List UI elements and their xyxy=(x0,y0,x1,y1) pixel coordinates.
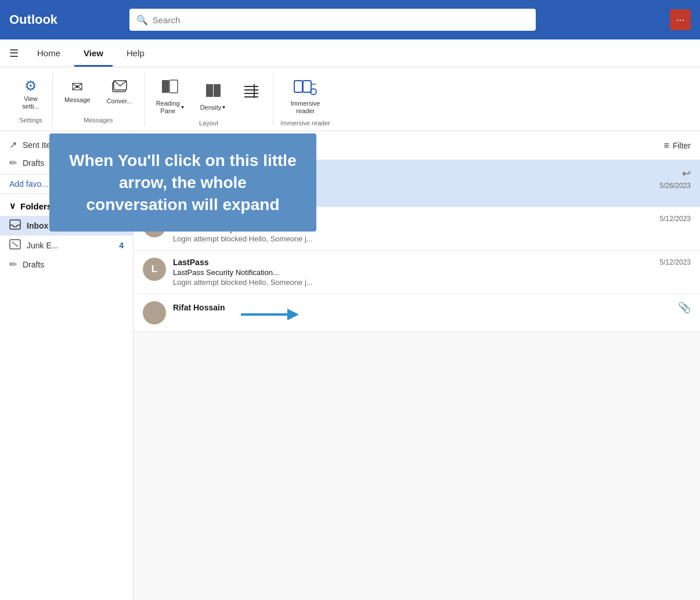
svg-rect-15 xyxy=(10,220,20,229)
ribbon-list-view[interactable] xyxy=(237,81,266,114)
search-bar: 🔍 xyxy=(129,9,536,31)
svg-line-17 xyxy=(12,242,18,247)
hamburger-icon[interactable]: ☰ xyxy=(9,47,19,60)
svg-rect-4 xyxy=(206,84,213,97)
email-sender: LastPass xyxy=(173,258,208,267)
nav-bar: ☰ Home View Help xyxy=(0,39,700,67)
stacked-envelope-icon xyxy=(111,79,128,95)
svg-rect-3 xyxy=(169,80,178,93)
email-item[interactable]: Rifat Hossain 📎 xyxy=(133,294,700,332)
svg-rect-11 xyxy=(294,81,302,92)
ribbon-settings-label: Settings xyxy=(19,114,42,124)
email-item[interactable]: L LastPass 5/12/2023 LastPass Security N… xyxy=(133,251,700,294)
junk-icon xyxy=(9,239,21,252)
email-date: 5/12/2023 xyxy=(660,215,691,223)
ribbon-message-view[interactable]: ✉ Message xyxy=(60,78,95,106)
list-view-icon xyxy=(243,83,259,102)
ribbon-conversation-view[interactable]: Conver... xyxy=(102,77,137,107)
svg-rect-5 xyxy=(214,84,221,97)
email-preview: Login attempt blocked Hello, Someone j..… xyxy=(173,234,691,243)
density-icon xyxy=(205,83,221,102)
sidebar-junk[interactable]: Junk E... 4 xyxy=(0,236,133,255)
sent-icon: ↗ xyxy=(9,139,17,150)
app-menu-button[interactable]: ··· xyxy=(670,9,691,30)
drafts-icon: ✏ xyxy=(9,157,17,168)
ribbon-reading-pane[interactable]: ReadingPane ▾ xyxy=(151,77,189,117)
immersive-reader-icon xyxy=(294,79,317,97)
ribbon-immersive-reader[interactable]: Immersivereader xyxy=(286,77,325,117)
filter-button[interactable]: ≡ Filter xyxy=(664,140,691,151)
envelope-icon: ✉ xyxy=(71,80,83,94)
reading-pane-icon xyxy=(161,79,179,97)
ribbon-group-immersive: Immersivereader Immersive reader xyxy=(273,72,337,126)
email-sender: Rifat Hossain xyxy=(173,303,225,312)
avatar: L xyxy=(143,258,166,281)
junk-badge: 4 xyxy=(119,241,124,250)
ribbon-group-settings: ⚙ Viewsetti... Settings xyxy=(9,72,53,126)
nav-help[interactable]: Help xyxy=(117,39,154,67)
svg-rect-2 xyxy=(162,80,169,93)
nav-home[interactable]: Home xyxy=(28,39,70,67)
ribbon-group-messages: ✉ Message Conver... Messages xyxy=(53,72,145,126)
email-subject: LastPass Security Notification... xyxy=(173,268,691,277)
email-date: 5/12/2023 xyxy=(660,258,691,266)
top-bar: Outlook 🔍 ··· xyxy=(0,0,700,39)
email-preview: Login attempt blocked Hello, Someone j..… xyxy=(173,278,691,287)
ribbon: ⚙ Viewsetti... Settings ✉ Message Con xyxy=(0,67,700,131)
gear-icon: ⚙ xyxy=(24,79,37,93)
filter-icon: ≡ xyxy=(664,140,669,151)
tooltip-overlay: When You'll click on this little arrow, … xyxy=(49,133,316,232)
svg-marker-19 xyxy=(287,309,299,320)
nav-view[interactable]: View xyxy=(74,39,113,67)
ribbon-messages-label: Messages xyxy=(84,114,113,124)
search-icon: 🔍 xyxy=(136,15,148,26)
reply-icon: ↩ xyxy=(682,167,691,180)
search-input[interactable] xyxy=(153,15,529,25)
avatar xyxy=(143,301,166,324)
svg-rect-12 xyxy=(303,81,311,92)
inbox-icon xyxy=(9,219,21,232)
ribbon-immersive-label: Immersive reader xyxy=(280,117,330,126)
ribbon-density[interactable]: Density ▾ xyxy=(196,81,230,114)
chevron-down-icon: ∨ xyxy=(9,201,16,211)
ribbon-layout-label: Layout xyxy=(199,117,218,126)
app-title: Outlook xyxy=(9,12,57,27)
paperclip-icon: 📎 xyxy=(678,301,691,314)
ribbon-view-settings[interactable]: ⚙ Viewsetti... xyxy=(16,77,45,113)
ribbon-group-layout: ReadingPane ▾ Density ▾ xyxy=(145,72,274,126)
arrow-annotation xyxy=(241,308,299,324)
drafts2-icon: ✏ xyxy=(9,259,17,270)
email-content: LastPass 5/12/2023 LastPass Security Not… xyxy=(173,258,691,287)
sidebar-drafts[interactable]: ✏ Drafts xyxy=(0,255,133,273)
